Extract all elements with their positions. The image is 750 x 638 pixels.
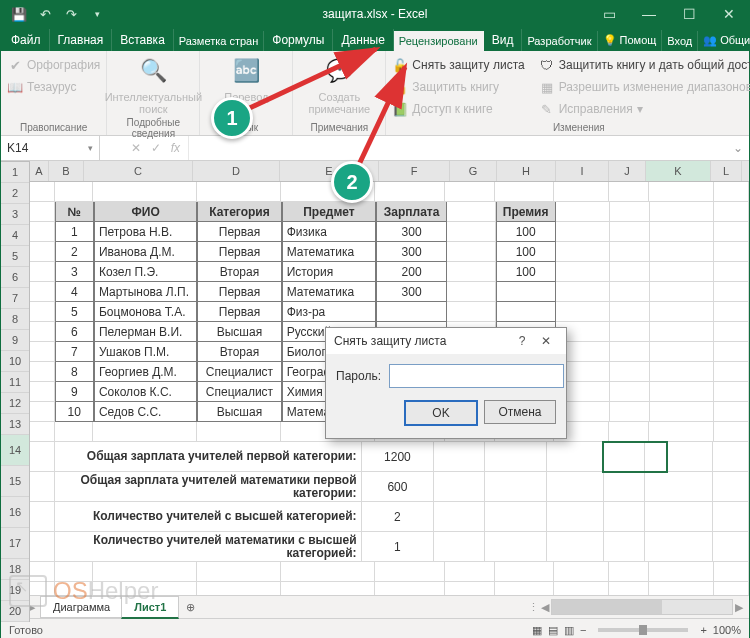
tab-share[interactable]: 👥Общий доступ bbox=[698, 30, 750, 51]
col-header-A[interactable]: A bbox=[30, 161, 49, 181]
cell[interactable] bbox=[496, 282, 556, 302]
ok-button[interactable]: OK bbox=[404, 400, 478, 426]
cell[interactable] bbox=[434, 442, 485, 472]
zoom-out-icon[interactable]: − bbox=[580, 624, 586, 636]
header-num[interactable]: № bbox=[55, 202, 94, 222]
translate-button[interactable]: 🔤 Перевод bbox=[206, 55, 286, 103]
summary-value[interactable]: 1 bbox=[362, 532, 435, 562]
cell[interactable] bbox=[650, 302, 714, 322]
cell[interactable]: Пелерман В.И. bbox=[94, 322, 197, 342]
cell[interactable] bbox=[197, 422, 281, 442]
cell[interactable]: 100 bbox=[496, 242, 556, 262]
tab-data[interactable]: Данные bbox=[333, 29, 393, 51]
row-header-4[interactable]: 4 bbox=[1, 225, 29, 246]
cell[interactable] bbox=[649, 562, 714, 582]
cell[interactable]: Высшая bbox=[197, 402, 281, 422]
cell[interactable] bbox=[714, 202, 749, 222]
cell[interactable]: Физ-ра bbox=[282, 302, 377, 322]
row-header-8[interactable]: 8 bbox=[1, 309, 29, 330]
cell[interactable] bbox=[650, 242, 714, 262]
cell[interactable] bbox=[650, 402, 714, 422]
cell[interactable] bbox=[650, 382, 714, 402]
cell[interactable]: 100 bbox=[496, 222, 556, 242]
row-header-2[interactable]: 2 bbox=[1, 183, 29, 204]
cell[interactable] bbox=[645, 442, 712, 472]
cell[interactable] bbox=[554, 182, 608, 202]
row-header-12[interactable]: 12 bbox=[1, 393, 29, 414]
cell[interactable]: Специалист bbox=[197, 382, 281, 402]
allow-ranges-button[interactable]: ▦Разрешить изменение диапазонов bbox=[539, 77, 750, 97]
ribbon-options-icon[interactable]: ▭ bbox=[589, 1, 629, 27]
col-header-F[interactable]: F bbox=[379, 161, 450, 181]
cell[interactable] bbox=[610, 262, 650, 282]
cell[interactable] bbox=[495, 582, 555, 595]
cell[interactable]: 3 bbox=[55, 262, 94, 282]
save-icon[interactable]: 💾 bbox=[7, 2, 31, 26]
cell[interactable] bbox=[55, 422, 94, 442]
new-comment-button[interactable]: 💬 Создать примечание bbox=[299, 55, 379, 115]
view-page-icon[interactable]: ▤ bbox=[548, 624, 558, 637]
cell[interactable] bbox=[447, 222, 496, 242]
cell[interactable]: Соколов К.С. bbox=[94, 382, 197, 402]
cell[interactable] bbox=[610, 382, 650, 402]
cell[interactable] bbox=[650, 202, 714, 222]
expand-formula-icon[interactable]: ⌄ bbox=[727, 141, 749, 155]
row-header-3[interactable]: 3 bbox=[1, 204, 29, 225]
cell[interactable] bbox=[714, 242, 749, 262]
cell[interactable]: Высшая bbox=[197, 322, 281, 342]
spelling-button[interactable]: ✔Орфография bbox=[7, 55, 100, 75]
cell[interactable] bbox=[714, 282, 749, 302]
cell[interactable] bbox=[434, 502, 485, 532]
cell[interactable] bbox=[610, 342, 650, 362]
header-sal[interactable]: Зарплата bbox=[376, 202, 447, 222]
row-header-9[interactable]: 9 bbox=[1, 330, 29, 351]
tab-developer[interactable]: Разработчик bbox=[522, 31, 597, 51]
horizontal-scrollbar[interactable] bbox=[551, 599, 733, 615]
cell[interactable] bbox=[447, 302, 496, 322]
cell[interactable]: 200 bbox=[376, 262, 447, 282]
cell[interactable] bbox=[197, 562, 281, 582]
cell[interactable] bbox=[645, 472, 712, 502]
redo-icon[interactable]: ↷ bbox=[59, 2, 83, 26]
cell[interactable] bbox=[485, 442, 547, 472]
zoom-level[interactable]: 100% bbox=[713, 624, 741, 636]
cell[interactable]: 8 bbox=[55, 362, 94, 382]
cell[interactable] bbox=[30, 222, 55, 242]
cell[interactable] bbox=[375, 182, 445, 202]
cell[interactable] bbox=[495, 562, 555, 582]
zoom-slider[interactable] bbox=[598, 628, 688, 632]
summary-value[interactable]: 2 bbox=[362, 502, 435, 532]
cell[interactable] bbox=[650, 222, 714, 242]
row-header-14[interactable]: 14 bbox=[1, 435, 29, 466]
dialog-close-icon[interactable]: ✕ bbox=[534, 334, 558, 348]
header-cat[interactable]: Категория bbox=[197, 202, 281, 222]
cell[interactable]: История bbox=[282, 262, 377, 282]
summary-label[interactable]: Общая зарплата учителей математики перво… bbox=[55, 472, 361, 502]
password-input[interactable] bbox=[389, 364, 564, 388]
cell[interactable]: 2 bbox=[55, 242, 94, 262]
cell[interactable]: 4 bbox=[55, 282, 94, 302]
minimize-icon[interactable]: — bbox=[629, 1, 669, 27]
cell[interactable] bbox=[610, 362, 650, 382]
cell[interactable] bbox=[556, 262, 610, 282]
cell[interactable] bbox=[649, 182, 714, 202]
cell[interactable] bbox=[649, 582, 714, 595]
cell[interactable] bbox=[30, 472, 55, 502]
cell[interactable] bbox=[547, 502, 603, 532]
row-header-11[interactable]: 11 bbox=[1, 372, 29, 393]
tab-view[interactable]: Вид bbox=[484, 29, 523, 51]
cell[interactable] bbox=[714, 402, 749, 422]
cell[interactable]: 5 bbox=[55, 302, 94, 322]
cell[interactable] bbox=[714, 342, 749, 362]
close-icon[interactable]: ✕ bbox=[709, 1, 749, 27]
cell[interactable] bbox=[447, 242, 496, 262]
row-header-1[interactable]: 1 bbox=[1, 162, 29, 183]
cell[interactable] bbox=[375, 582, 445, 595]
cell[interactable] bbox=[445, 562, 494, 582]
cell[interactable]: 9 bbox=[55, 382, 94, 402]
cell[interactable] bbox=[197, 182, 281, 202]
col-header-B[interactable]: B bbox=[49, 161, 84, 181]
cell[interactable] bbox=[650, 322, 714, 342]
smart-lookup-button[interactable]: 🔍 Интеллектуальный поиск bbox=[113, 55, 193, 115]
cell[interactable] bbox=[434, 532, 485, 562]
